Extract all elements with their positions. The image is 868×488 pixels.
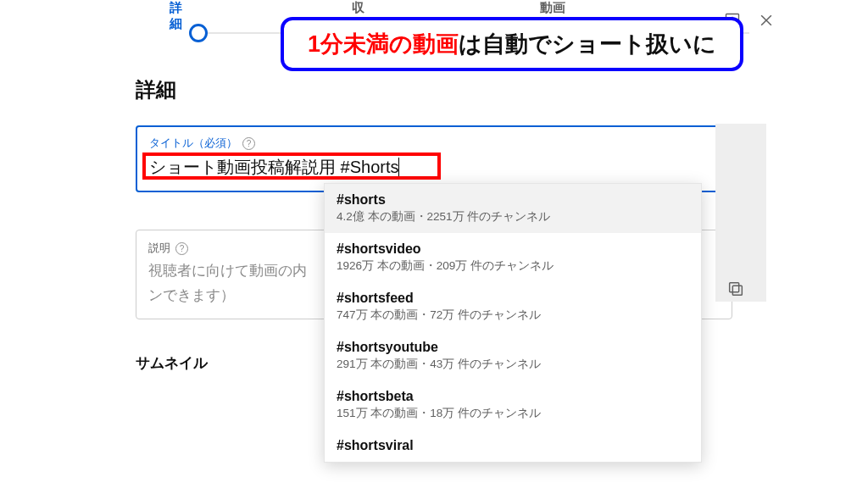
suggestion-tag: #shortsbeta [337,389,689,404]
svg-rect-5 [732,286,742,295]
suggestion-meta: 1926万 本の動画・209万 件のチャンネル [337,258,689,274]
suggestion-item[interactable]: #shorts 4.2億 本の動画・2251万 件のチャンネル [325,184,701,233]
suggestion-tag: #shortsfeed [337,291,689,306]
svg-rect-6 [730,283,739,292]
annotation-callout: 1分未満の動画は自動でショート扱いに [281,17,743,71]
title-label-text: タイトル（必須） [149,136,237,151]
suggestion-tag: #shortsviral [337,438,689,453]
suggestion-meta: 151万 本の動画・18万 件のチャンネル [337,406,689,421]
callout-rest: は自動でショート扱いに [459,31,716,57]
suggestion-meta: 4.2億 本の動画・2251万 件のチャンネル [337,209,689,225]
stepper-dot-active [189,24,208,42]
suggestion-tag: #shortsvideo [337,241,689,257]
suggestion-tag: #shorts [337,192,689,208]
help-icon[interactable]: ? [175,242,188,255]
video-preview-placeholder [715,124,766,302]
suggestion-item[interactable]: #shortsfeed 747万 本の動画・72万 件のチャンネル [325,282,701,331]
title-input-value: ショート動画投稿解説用 #Shorts [149,158,398,176]
stepper-tab-details[interactable]: 詳細 [170,0,182,32]
title-label: タイトル（必須） ? [149,136,719,151]
copy-icon[interactable] [726,280,745,302]
suggestion-item[interactable]: #shortsviral [325,430,701,462]
help-icon[interactable]: ? [242,137,255,150]
close-icon[interactable] [758,12,775,32]
suggestion-meta: 747万 本の動画・72万 件のチャンネル [337,308,689,323]
title-input[interactable]: ショート動画投稿解説用 #Shorts [149,156,399,179]
suggestion-meta: 291万 本の動画・43万 件のチャンネル [337,357,689,372]
suggestion-tag: #shortsyoutube [337,340,689,355]
suggestion-item[interactable]: #shortsbeta 151万 本の動画・18万 件のチャンネル [325,380,701,430]
section-title: 詳細 [136,76,732,103]
suggestion-item[interactable]: #shortsvideo 1926万 本の動画・209万 件のチャンネル [325,233,701,282]
suggestion-item[interactable]: #shortsyoutube 291万 本の動画・43万 件のチャンネル [325,331,701,380]
callout-highlight: 1分未満の動画 [308,31,459,57]
hashtag-suggestions: #shorts 4.2億 本の動画・2251万 件のチャンネル #shortsv… [324,183,702,463]
description-label-text: 説明 [148,241,170,256]
